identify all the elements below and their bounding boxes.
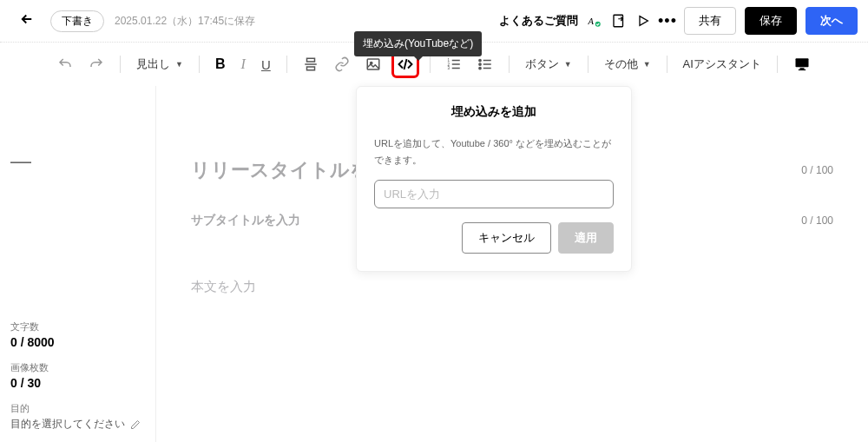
image-icon xyxy=(365,56,381,72)
svg-text:A: A xyxy=(588,16,595,26)
svg-rect-4 xyxy=(306,58,314,62)
italic-button[interactable]: I xyxy=(236,53,251,76)
hr-icon xyxy=(303,56,319,72)
heading-dropdown[interactable]: 見出し▼ xyxy=(131,53,188,76)
underline-button[interactable]: U xyxy=(256,54,276,76)
link-icon xyxy=(334,56,350,72)
save-button[interactable]: 保存 xyxy=(745,7,797,35)
purpose-label: 目的 xyxy=(10,402,145,415)
svg-rect-16 xyxy=(799,69,806,70)
purpose-value: 目的を選択してください xyxy=(10,417,125,432)
share-button[interactable]: 共有 xyxy=(684,7,736,35)
monitor-icon xyxy=(793,56,811,73)
embed-button[interactable] xyxy=(398,56,413,72)
button-insert-dropdown[interactable]: ボタン▼ xyxy=(520,53,577,76)
char-count-value: 0 / 8000 xyxy=(10,335,145,349)
faq-link[interactable]: よくあるご質問 xyxy=(499,13,578,29)
ordered-list-icon: 123 xyxy=(446,56,462,72)
svg-text:3: 3 xyxy=(447,66,450,70)
main-area: — 文字数 0 / 8000 画像枚数 0 / 30 目的 目的を選択してくださ… xyxy=(0,86,868,442)
body-input[interactable]: 本文を入力 xyxy=(191,279,833,295)
popover-description: URLを追加して、Youtube / 360° などを埋め込むことができます。 xyxy=(374,135,614,168)
ai-assistant-button[interactable]: AIアシスタント xyxy=(678,53,766,76)
svg-rect-14 xyxy=(795,58,808,67)
bold-button[interactable]: B xyxy=(210,53,231,76)
more-icon[interactable]: ••• xyxy=(660,13,675,29)
sidebar: — 文字数 0 / 8000 画像枚数 0 / 30 目的 目的を選択してくださ… xyxy=(0,86,156,442)
svg-point-11 xyxy=(479,59,481,61)
undo-button[interactable] xyxy=(52,53,78,76)
redo-icon xyxy=(89,56,104,72)
popover-cancel-button[interactable]: キャンセル xyxy=(462,222,551,254)
popover-title: 埋め込みを追加 xyxy=(374,104,614,120)
image-count-label: 画像枚数 xyxy=(10,361,145,374)
play-icon[interactable] xyxy=(635,13,651,29)
svg-rect-15 xyxy=(799,68,804,69)
embed-url-input[interactable] xyxy=(374,180,614,208)
next-button[interactable]: 次へ xyxy=(806,7,858,35)
svg-point-13 xyxy=(479,67,481,69)
editor-area: リリースタイトルを入力 0 / 100 サブタイトルを入力 0 / 100 本文… xyxy=(156,86,868,442)
collapse-icon[interactable]: — xyxy=(10,96,145,208)
undo-icon xyxy=(57,56,73,72)
back-button[interactable] xyxy=(10,6,43,36)
preview-device-button[interactable] xyxy=(788,52,816,76)
svg-marker-3 xyxy=(640,16,648,26)
pencil-icon xyxy=(130,419,141,430)
code-embed-icon xyxy=(398,56,413,72)
font-style-icon[interactable]: A xyxy=(587,13,602,29)
svg-point-12 xyxy=(479,63,481,65)
unordered-list-icon xyxy=(477,56,493,72)
draft-chip: 下書き xyxy=(50,10,104,32)
link-button[interactable] xyxy=(329,53,355,76)
divider-insert-button[interactable] xyxy=(298,53,324,76)
purpose-select[interactable]: 目的を選択してください xyxy=(10,417,145,432)
arrow-left-icon xyxy=(19,11,35,27)
saved-at-label: 2025.01.22（水）17:45に保存 xyxy=(115,14,255,29)
embed-tooltip: 埋め込み(YouTubeなど) xyxy=(354,31,482,56)
embed-popover: 埋め込みを追加 URLを追加して、Youtube / 360° などを埋め込むこ… xyxy=(356,86,632,272)
other-dropdown[interactable]: その他▼ xyxy=(599,53,656,76)
svg-rect-5 xyxy=(306,67,314,70)
redo-button[interactable] xyxy=(83,53,109,76)
char-count-label: 文字数 xyxy=(10,320,145,333)
title-counter: 0 / 100 xyxy=(801,164,833,176)
export-icon[interactable] xyxy=(611,13,627,29)
popover-apply-button[interactable]: 適用 xyxy=(558,222,614,254)
subtitle-counter: 0 / 100 xyxy=(801,214,833,227)
image-count-value: 0 / 30 xyxy=(10,376,145,390)
